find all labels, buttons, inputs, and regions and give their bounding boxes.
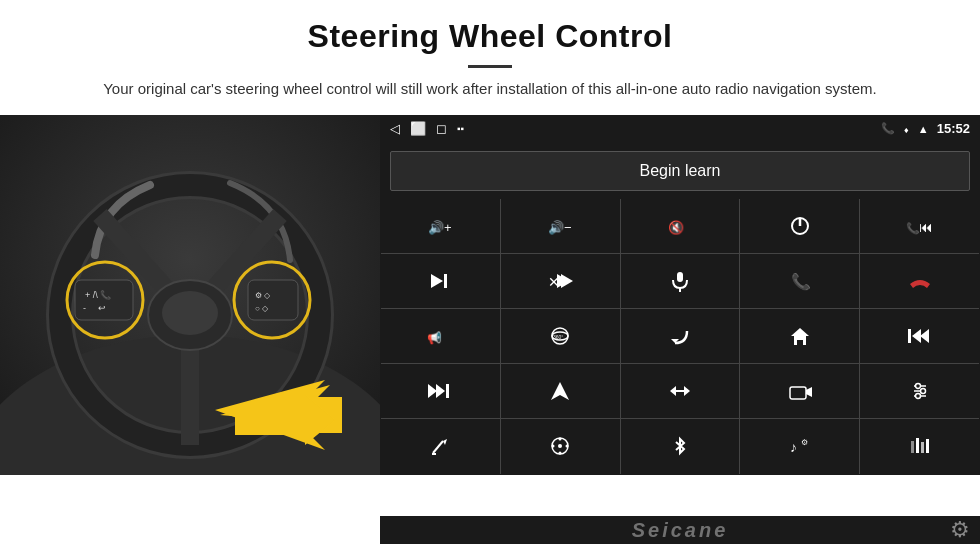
svg-text:📞: 📞 [791,272,811,291]
svg-text:360°: 360° [553,334,563,340]
settings-gear-icon[interactable]: ⚙ [950,517,970,543]
next-button[interactable] [381,254,500,308]
svg-point-66 [559,438,562,441]
svg-rect-10 [75,280,133,320]
svg-marker-44 [912,329,921,343]
shuffle-ff-button[interactable]: ✕ [501,254,620,308]
svg-text:⚙: ⚙ [801,438,808,447]
svg-marker-29 [431,274,443,288]
svg-text:+ /\: + /\ [85,290,98,300]
svg-rect-72 [911,441,914,453]
svg-rect-16 [248,280,298,320]
svg-text:-: - [83,303,86,313]
svg-point-67 [566,445,569,448]
svg-marker-46 [428,384,437,398]
control-panel: ◁ ⬜ ◻ ▪▪ 📞 ⬧ ▲ 15:52 Begin learn 🔊+ 🔊− [380,115,980,475]
power-button[interactable] [740,199,859,253]
status-right: 📞 ⬧ ▲ 15:52 [881,121,970,136]
subtitle: Your original car's steering wheel contr… [0,78,980,101]
back-nav-icon[interactable]: ◁ [390,121,400,136]
watermark: Seicane [632,519,729,542]
fast-fwd-button[interactable] [381,364,500,418]
begin-learn-button[interactable]: Begin learn [390,151,970,191]
svg-point-60 [915,394,920,399]
pen-button[interactable] [381,419,500,473]
svg-rect-34 [677,272,683,282]
svg-text:○ ◇: ○ ◇ [255,304,269,313]
status-bar: ◁ ⬜ ◻ ▪▪ 📞 ⬧ ▲ 15:52 [380,115,980,143]
main-content: + /\ 📞 - ↩ ⚙ ◇ ○ ◇ ◁ ⬜ ◻ [0,115,980,475]
svg-text:🔇: 🔇 [668,219,685,236]
svg-point-68 [559,452,562,455]
vol-down-button[interactable]: 🔊− [501,199,620,253]
svg-text:🔊+: 🔊+ [428,219,452,236]
svg-rect-75 [926,439,929,453]
svg-marker-54 [806,387,812,397]
wifi-icon: ▲ [918,123,929,135]
equalizer-button[interactable] [860,419,979,473]
status-left: ◁ ⬜ ◻ ▪▪ [390,121,464,136]
phone-button[interactable]: 📞 [740,254,859,308]
prev-prev-button[interactable] [860,309,979,363]
phone-status-icon: 📞 [881,122,895,135]
back-button[interactable] [621,309,740,363]
svg-marker-45 [920,329,929,343]
360-button[interactable]: 360° [501,309,620,363]
svg-text:⏮: ⏮ [919,219,933,235]
svg-point-56 [915,384,920,389]
music-button[interactable]: ♪ ⚙ [740,419,859,473]
svg-marker-49 [551,382,569,400]
svg-text:↩: ↩ [98,303,106,313]
signal-icon: ▪▪ [457,123,464,134]
svg-marker-52 [670,386,676,396]
svg-rect-48 [446,384,449,398]
svg-text:📢: 📢 [427,330,442,345]
begin-learn-container: Begin learn [380,143,980,199]
title-divider [468,65,512,68]
hang-up-button[interactable] [860,254,979,308]
svg-rect-43 [908,329,911,343]
mic-button[interactable] [621,254,740,308]
svg-point-58 [920,389,925,394]
svg-rect-30 [444,274,447,288]
svg-rect-73 [916,438,919,453]
svg-marker-33 [561,274,573,288]
home-button[interactable] [740,309,859,363]
svg-text:🔊−: 🔊− [548,219,572,236]
svg-marker-47 [436,384,445,398]
svg-point-65 [558,444,562,448]
mute-button[interactable]: 🔇 [621,199,740,253]
svg-text:📞: 📞 [100,289,112,301]
camera-button[interactable] [740,364,859,418]
svg-rect-53 [790,387,806,399]
svg-point-8 [162,291,218,335]
svg-marker-62 [443,439,447,445]
steering-wheel-photo: + /\ 📞 - ↩ ⚙ ◇ ○ ◇ [0,115,380,475]
svg-rect-74 [921,442,924,453]
adjustments-button[interactable] [860,364,979,418]
sound-button[interactable]: 📢 [381,309,500,363]
navigation-button[interactable] [501,364,620,418]
page-title: Steering Wheel Control [0,0,980,59]
controls-grid: 🔊+ 🔊− 🔇 📞 ⏮ [381,199,979,474]
bluetooth-button[interactable] [621,419,740,473]
svg-text:📞: 📞 [906,221,920,235]
vol-up-button[interactable]: 🔊+ [381,199,500,253]
svg-marker-51 [684,386,690,396]
location-icon: ⬧ [903,123,910,135]
source-button[interactable] [621,364,740,418]
svg-point-69 [552,445,555,448]
svg-text:♪: ♪ [790,439,797,455]
recent-nav-icon[interactable]: ◻ [436,121,447,136]
status-time: 15:52 [937,121,970,136]
bottom-bar: Seicane ⚙ [380,516,980,544]
home-nav-icon[interactable]: ⬜ [410,121,426,136]
svg-text:⚙ ◇: ⚙ ◇ [255,291,271,300]
menu-button[interactable] [501,419,620,473]
svg-line-61 [433,441,443,453]
svg-marker-42 [791,328,809,345]
prev-call-button[interactable]: 📞 ⏮ [860,199,979,253]
